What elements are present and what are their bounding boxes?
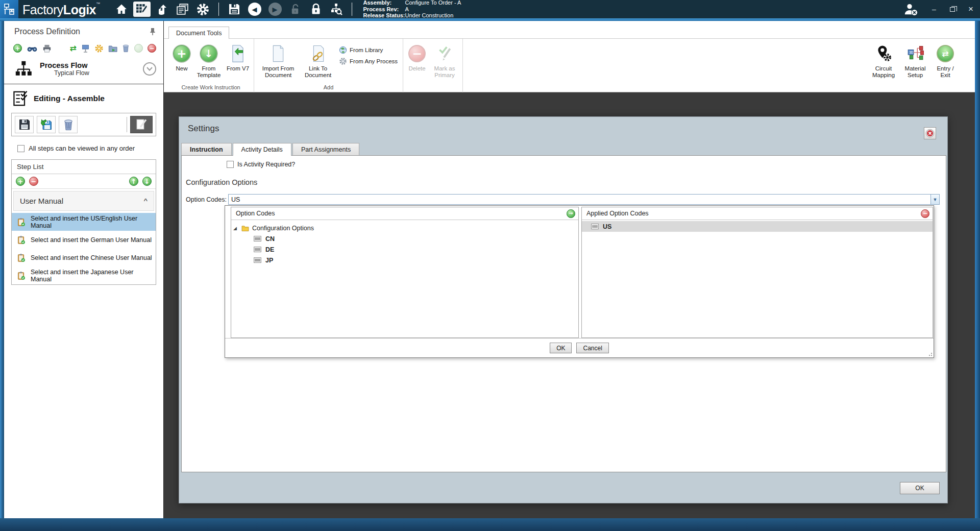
delete-step-trash-button[interactable] [59,116,78,133]
reports-nav-button[interactable] [174,2,191,17]
tab-document-tools[interactable]: Document Tools [168,27,229,39]
step-group-header[interactable]: User Manual ^ [13,191,154,211]
clipboard-check-icon [17,235,26,245]
from-v7-button[interactable]: From V7 [224,42,252,74]
tree-expander-icon[interactable]: ◢ [233,226,238,231]
from-any-process-button[interactable]: From Any Process [339,57,398,65]
settings-nav-button[interactable] [194,2,212,17]
process-definition-nav-button[interactable] [133,2,151,17]
from-library-button[interactable]: From Library [339,46,398,54]
save-button[interactable] [226,2,243,17]
option-codes-tree: ◢ Configuration Options CN DE [231,220,578,268]
dialog-close-button[interactable] [924,127,936,139]
blank-document-icon [271,43,285,64]
lock-button[interactable] [307,2,325,17]
minimize-button[interactable]: – [929,4,939,14]
dialog-ok-button[interactable]: OK [900,482,940,494]
picker-cancel-button[interactable]: Cancel [576,343,608,353]
gear-yellow-icon[interactable] [94,44,104,53]
tree-item[interactable]: CN [233,233,576,244]
print-button[interactable] [42,44,52,53]
folder-export-icon[interactable] [108,44,117,53]
unlock-button[interactable] [287,2,304,17]
process-search-button[interactable] [328,2,345,17]
entry-exit-button[interactable]: ⇄ Entry / Exit [931,42,960,80]
step-item[interactable]: Select and insert the Japanese User Manu… [12,267,156,284]
option-codes-combobox[interactable]: US ▼ [228,194,940,205]
grid-pencil-icon [135,3,148,16]
clipboard-check-icon [17,253,26,262]
remove-applied-code-button[interactable]: − [921,209,929,218]
material-setup-button[interactable]: 3D Material Setup [899,42,931,80]
move-step-down-button[interactable]: ↓ [142,177,152,186]
remove-process-button[interactable]: − [148,44,156,53]
move-step-up-button[interactable]: ↑ [129,177,138,186]
option-codes-label: Option Codes: [186,196,228,203]
titlebar-divider-2 [352,3,352,16]
navigate-back-button[interactable]: ◀ [246,2,263,17]
save-step-button[interactable] [15,116,34,133]
window-frame-left [0,21,4,518]
close-button[interactable]: × [966,4,976,14]
link-to-document-button[interactable]: Link To Document [300,42,336,80]
apply-option-code-button[interactable]: → [567,209,575,218]
find-binoculars-button[interactable] [27,45,37,52]
picker-ok-button[interactable]: OK [550,343,572,353]
edit-instruction-button[interactable] [130,116,153,133]
option-codes-picker-popup: Option Codes → ◢ Configuration Options C… [225,205,934,358]
expand-down-button[interactable] [143,62,156,76]
tab-activity-details[interactable]: Activity Details [233,143,291,156]
tab-part-assignments[interactable]: Part Assignments [292,143,359,155]
accent-strip [0,18,980,21]
navigate-forward-button[interactable]: ▶ [266,2,284,17]
step-item[interactable]: Select and insert the US/English User Ma… [12,213,156,231]
add-step-button[interactable]: + [16,177,25,186]
remove-step-button[interactable]: − [29,177,38,186]
flowchart-search-icon [330,3,343,16]
circuit-mapping-button[interactable]: Circuit Mapping [868,42,899,80]
tree-root-row[interactable]: ◢ Configuration Options [233,223,576,233]
tree-item[interactable]: DE [233,244,576,255]
applied-code-item[interactable]: US [582,221,933,232]
activity-required-checkbox[interactable] [227,161,234,168]
data-nav-button[interactable] [154,2,171,17]
tree-item-label: JP [265,257,273,264]
pin-icon[interactable] [149,28,156,36]
flowchart-icon [14,60,33,78]
assembly-value: Configure To Order - A [405,0,461,6]
shuffle-steps-icon[interactable]: ⇄ [70,43,77,53]
home-icon [115,3,128,15]
delete-document-button: − Delete [405,42,429,74]
step-item[interactable]: Select and insert the Chinese User Manua… [12,249,156,267]
save-as-template-button[interactable] [37,116,56,133]
globe-library-icon [339,46,347,54]
titlebar: FactoryLogix™ ◀ ▶ Assembly:Configure To … [0,0,980,18]
step-item[interactable]: Select and insert the German User Manual [12,231,156,249]
process-flow-row[interactable]: Process Flow Typical Flow [4,56,163,83]
close-icon: × [968,4,973,14]
tree-item[interactable]: JP [233,255,576,266]
logout-user-button[interactable] [901,2,918,17]
restore-button[interactable] [947,4,958,14]
new-instruction-button[interactable]: + New [170,42,193,74]
any-order-checkbox[interactable] [17,145,24,152]
floppy-save-icon [228,3,240,15]
combo-dropdown-icon[interactable]: ▼ [930,195,939,204]
picker-footer: OK Cancel [225,338,934,357]
applied-list-title: Applied Option Codes [586,210,921,217]
step-label: Select and insert the Chinese User Manua… [31,254,152,261]
add-process-button[interactable]: + [13,44,22,53]
new-plus-icon: + [173,45,190,62]
app-title: FactoryLogix™ [22,2,100,17]
import-from-document-button[interactable]: Import From Document [256,42,300,80]
home-nav-button[interactable] [113,2,130,17]
ribbon-group-create: + New ↓ From Template From V7 Create Wor… [164,39,254,92]
from-template-button[interactable]: ↓ From Template [193,42,224,80]
barcode-icon [254,247,261,252]
signpost-icon[interactable] [81,44,90,53]
resize-grip[interactable] [927,351,932,356]
dialog-tabs: Instruction Activity Details Part Assign… [181,143,360,156]
clipboard-check-icon [17,218,26,227]
tab-instruction[interactable]: Instruction [181,143,232,155]
trash-icon[interactable] [122,44,130,53]
